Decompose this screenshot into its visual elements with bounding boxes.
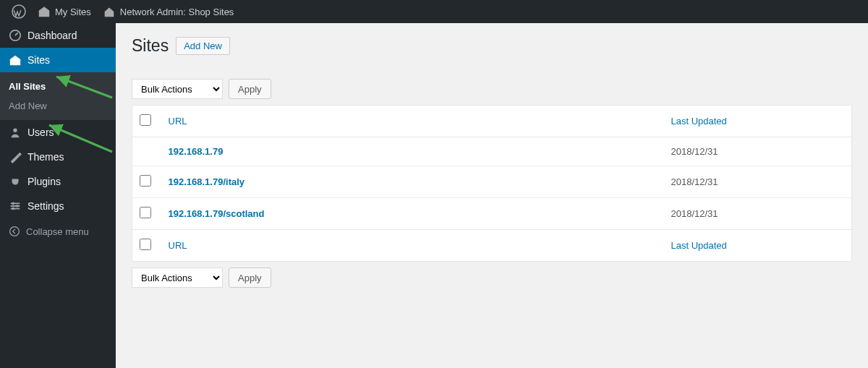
svg-point-3 — [12, 202, 15, 205]
main-content: Sites Add New Bulk Actions Apply URL Las… — [116, 23, 868, 368]
collapse-menu-button[interactable]: Collapse menu — [0, 218, 116, 244]
sidebar-label-themes: Themes — [27, 151, 64, 163]
site-url-link[interactable]: 192.168.1.79/scotland — [169, 208, 265, 219]
bulk-actions-top: Bulk Actions Apply — [132, 79, 852, 99]
sidebar-submenu-sites: All Sites Add New — [0, 72, 116, 120]
sites-table-body: 192.168.1.79 2018/12/31 192.168.1.79/ita… — [132, 137, 852, 230]
sidebar-label-dashboard: Dashboard — [27, 30, 77, 41]
svg-point-4 — [16, 205, 19, 207]
site-url-link[interactable]: 192.168.1.79/italy — [169, 176, 245, 187]
select-all-top[interactable] — [140, 114, 151, 126]
users-icon — [9, 126, 22, 139]
sidebar-item-users[interactable]: Users — [0, 120, 116, 145]
my-sites-menu[interactable]: My Sites — [32, 0, 97, 23]
bulk-actions-bottom: Bulk Actions Apply — [132, 268, 852, 288]
sites-icon — [38, 5, 51, 18]
column-header-url[interactable]: URL — [169, 116, 187, 127]
row-checkbox[interactable] — [140, 207, 151, 218]
site-updated-cell: 2018/12/31 — [664, 166, 852, 198]
column-footer-updated[interactable]: Last Updated — [671, 240, 727, 251]
collapse-label: Collapse menu — [26, 226, 89, 237]
plugins-icon — [9, 175, 22, 188]
admin-topbar: My Sites Network Admin: Shop Sites — [0, 0, 868, 23]
sidebar-item-sites[interactable]: Sites — [0, 48, 116, 72]
column-footer-url[interactable]: URL — [169, 240, 187, 251]
row-checkbox[interactable] — [140, 175, 151, 187]
select-all-bottom[interactable] — [140, 239, 151, 250]
sites-icon — [9, 54, 22, 67]
sidebar-item-themes[interactable]: Themes — [0, 145, 116, 169]
sidebar-label-sites: Sites — [27, 54, 50, 66]
sidebar-item-dashboard[interactable]: Dashboard — [0, 23, 116, 48]
table-row: 192.168.1.79/scotland 2018/12/31 — [132, 198, 852, 230]
svg-point-2 — [13, 129, 17, 132]
collapse-icon — [9, 226, 20, 237]
sidebar-item-plugins[interactable]: Plugins — [0, 169, 116, 194]
table-row: 192.168.1.79 2018/12/31 — [132, 137, 852, 166]
wordpress-icon — [12, 4, 26, 19]
sites-table: URL Last Updated 192.168.1.79 2018/12/31… — [132, 105, 852, 262]
table-row: 192.168.1.79/italy 2018/12/31 — [132, 166, 852, 198]
home-icon — [103, 5, 116, 18]
site-updated-cell: 2018/12/31 — [664, 198, 852, 230]
add-new-button[interactable]: Add New — [176, 37, 230, 55]
site-url-link[interactable]: 192.168.1.79 — [169, 146, 224, 157]
site-updated-cell: 2018/12/31 — [664, 137, 852, 166]
column-header-updated[interactable]: Last Updated — [671, 116, 727, 127]
sidebar-label-settings: Settings — [27, 200, 64, 212]
svg-point-6 — [10, 227, 20, 236]
settings-icon — [9, 200, 22, 213]
sidebar-label-users: Users — [27, 127, 54, 138]
sidebar-subitem-all-sites[interactable]: All Sites — [0, 77, 116, 96]
svg-point-5 — [12, 207, 15, 210]
sidebar-label-plugins: Plugins — [27, 176, 61, 187]
bulk-actions-select-top[interactable]: Bulk Actions — [132, 79, 223, 99]
network-admin-label: Network Admin: Shop Sites — [120, 7, 234, 17]
bulk-actions-select-bottom[interactable]: Bulk Actions — [132, 268, 223, 288]
page-title: Sites — [132, 36, 169, 56]
apply-button-bottom[interactable]: Apply — [229, 268, 271, 288]
wp-logo[interactable] — [6, 0, 32, 23]
sidebar-subitem-add-new[interactable]: Add New — [0, 96, 116, 116]
network-admin-menu[interactable]: Network Admin: Shop Sites — [97, 0, 240, 23]
dashboard-icon — [9, 29, 22, 42]
my-sites-label: My Sites — [55, 7, 91, 17]
themes-icon — [9, 150, 22, 163]
apply-button-top[interactable]: Apply — [229, 79, 271, 99]
page-header: Sites Add New — [132, 36, 852, 56]
sidebar-item-settings[interactable]: Settings — [0, 194, 116, 218]
admin-sidebar: Dashboard Sites All Sites Add New Users … — [0, 23, 116, 368]
